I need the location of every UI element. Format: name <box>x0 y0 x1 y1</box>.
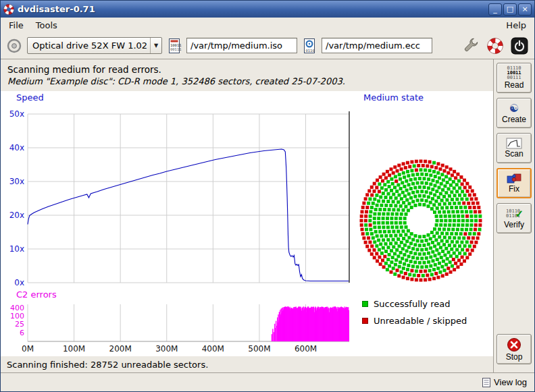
medium-state-title: Medium state <box>363 92 424 103</box>
view-log-label: View log <box>494 377 527 387</box>
svg-text:25: 25 <box>15 320 24 329</box>
stop-x-icon <box>507 337 521 352</box>
medium-info: Medium "Example disc": CD-R mode 1, 3524… <box>7 76 486 86</box>
svg-text:6: 6 <box>20 329 24 337</box>
scan-result-bar: Scanning finished: 28752 unreadable sect… <box>1 356 493 372</box>
create-button[interactable]: ☯ Create <box>496 98 532 128</box>
scan-button[interactable]: Scan <box>496 133 532 163</box>
yin-yang-icon: ☯ <box>509 103 519 115</box>
drive-selector[interactable]: Optical drive 52X FW 1.02 ▼ <box>27 37 162 54</box>
binary-read-icon: 01110 10011 00111 <box>507 66 521 80</box>
footer-bar: View log <box>1 372 534 391</box>
window-title: dvdisaster-0.71 <box>18 4 485 14</box>
svg-text:500M: 500M <box>248 344 270 354</box>
status-area: Scanning medium for read errors. Medium … <box>1 59 493 91</box>
view-log-button[interactable]: View log <box>480 376 530 389</box>
svg-text:0110: 0110 <box>306 48 315 52</box>
svg-text:400M: 400M <box>202 344 224 354</box>
svg-text:200M: 200M <box>109 344 132 354</box>
svg-text:00111: 00111 <box>170 47 182 51</box>
ecc-file-icon: 0110 <box>302 38 317 54</box>
read-button[interactable]: 01110 10011 00111 Read <box>496 63 532 93</box>
iso-file-input[interactable] <box>186 38 297 53</box>
svg-text:20x: 20x <box>9 211 24 220</box>
log-icon <box>482 378 490 387</box>
ecc-file-input[interactable] <box>322 38 432 53</box>
legend-row-error: Unreadable / skipped <box>362 312 467 329</box>
svg-text:30x: 30x <box>9 177 24 186</box>
svg-text:100M: 100M <box>63 344 85 354</box>
menu-help[interactable]: Help <box>500 19 532 32</box>
lifebelt-icon <box>486 37 504 55</box>
status-message: Scanning medium for read errors. <box>7 64 486 75</box>
toolbar: Optical drive 52X FW 1.02 ▼ 10011 00111 … <box>1 32 534 59</box>
drawing-area: 0x10x20x30x40x50x0M100M200M300M400M500M6… <box>1 91 493 356</box>
stop-button[interactable]: Stop <box>496 334 532 364</box>
speed-chart-title: Speed <box>16 92 44 103</box>
drive-selector-value: Optical drive 52X FW 1.02 <box>28 40 150 51</box>
menu-bar: File Tools Help <box>1 18 534 32</box>
svg-text:40x: 40x <box>9 143 24 152</box>
close-button[interactable]: × <box>518 3 532 16</box>
wrench-icon <box>462 37 480 55</box>
fix-button[interactable]: Fix <box>496 168 532 198</box>
check-icon: ✓ <box>515 208 524 220</box>
scan-curve-icon <box>506 138 522 149</box>
legend-label-error: Unreadable / skipped <box>374 316 467 326</box>
svg-text:300M: 300M <box>155 344 178 354</box>
svg-text:600M: 600M <box>295 344 317 354</box>
chevron-down-icon[interactable]: ▼ <box>150 38 161 53</box>
medium-state-legend: Successfully read Unreadable / skipped <box>362 296 467 329</box>
svg-text:100: 100 <box>10 312 24 320</box>
left-pane: Scanning medium for read errors. Medium … <box>1 59 493 372</box>
legend-label-read: Successfully read <box>374 299 450 309</box>
legend-row-read: Successfully read <box>362 296 467 312</box>
svg-text:400: 400 <box>10 304 24 312</box>
svg-text:50x: 50x <box>9 109 24 119</box>
binary-check-icon: 10110 01101 ✓ <box>506 208 522 220</box>
menu-file[interactable]: File <box>3 19 30 32</box>
iso-file-icon: 10011 00111 <box>167 38 182 54</box>
app-logo-icon <box>3 4 14 15</box>
title-bar: dvdisaster-0.71 _ □ × <box>1 1 534 18</box>
c2-errors-title: C2 errors <box>16 289 57 300</box>
legend-swatch-read <box>362 301 368 307</box>
maximize-button[interactable]: □ <box>503 3 517 16</box>
puzzle-icon <box>506 173 522 184</box>
power-icon <box>511 37 528 55</box>
svg-text:10x: 10x <box>9 244 24 254</box>
content-row: Scanning medium for read errors. Medium … <box>1 59 534 372</box>
svg-text:0M: 0M <box>22 344 34 354</box>
menu-tools[interactable]: Tools <box>30 19 63 32</box>
verify-button[interactable]: 10110 01101 ✓ Verify <box>496 203 532 233</box>
minimize-button[interactable]: _ <box>488 3 502 16</box>
action-sidebar: 01110 10011 00111 Read ☯ Create Scan <box>493 59 534 372</box>
svg-text:0x: 0x <box>14 278 24 287</box>
scan-result-text: Scanning finished: 28752 unreadable sect… <box>7 360 208 370</box>
legend-swatch-error <box>362 318 368 324</box>
app-window: dvdisaster-0.71 _ □ × File Tools Help Op… <box>0 0 535 392</box>
drive-icon <box>6 38 22 54</box>
help-button[interactable] <box>486 36 505 55</box>
quit-button[interactable] <box>510 36 529 55</box>
preferences-button[interactable] <box>461 36 480 55</box>
